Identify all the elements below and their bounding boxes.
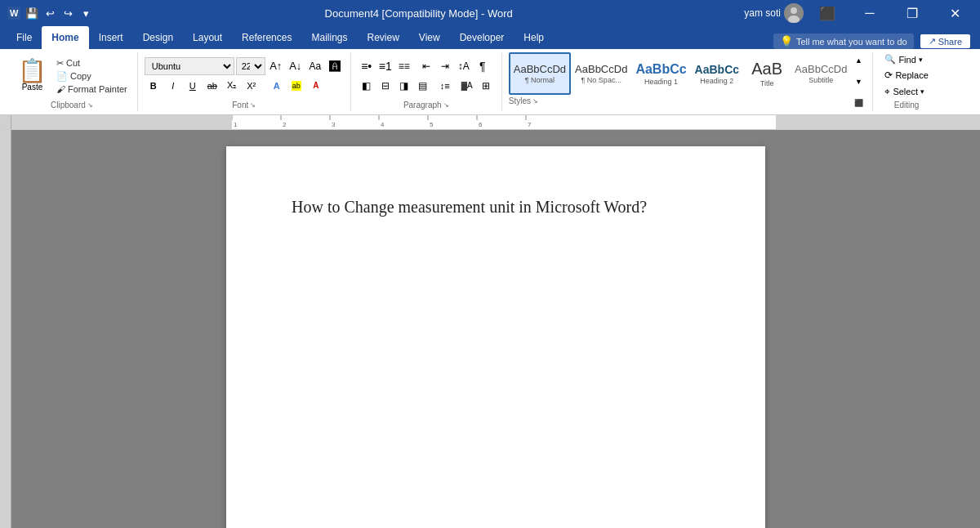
tab-references[interactable]: References <box>232 26 301 49</box>
cut-button[interactable]: ✂ Cut <box>53 57 131 69</box>
style-subtitle[interactable]: AaBbCcDd Subtitle <box>791 52 851 95</box>
justify-btn[interactable]: ▤ <box>414 77 432 95</box>
find-button[interactable]: 🔍 Find ▾ <box>880 52 933 66</box>
styles-scroll-up[interactable]: ▲ <box>853 54 864 67</box>
style-title[interactable]: AaB Title <box>743 52 791 95</box>
find-label: Find <box>898 55 915 65</box>
svg-text:3: 3 <box>332 121 336 128</box>
font-items: Ubuntu 22 A↑ A↓ Aa 🅰 B I U a <box>145 52 344 99</box>
line-spacing-btn[interactable]: ↕≡ <box>436 77 454 95</box>
font-group-label[interactable]: Font ↘ <box>232 101 256 111</box>
title-text: Document4 [Compatibility Mode] - Word <box>93 7 744 20</box>
superscript-btn[interactable]: X² <box>243 77 261 95</box>
style-no-spacing[interactable]: AaBbCcDd ¶ No Spac... <box>571 52 631 95</box>
bullets-btn[interactable]: ≡• <box>358 57 376 75</box>
ruler-ticks: 1 2 3 4 5 6 7 <box>232 115 776 129</box>
paragraph-group-label[interactable]: Paragraph ↘ <box>403 101 449 111</box>
tab-view[interactable]: View <box>409 26 450 49</box>
show-para-btn[interactable]: ¶ <box>474 57 492 75</box>
editing-group: 🔍 Find ▾ ⟳ Replace ⌖ Select ▾ <box>873 52 939 111</box>
paragraph-expand-icon: ↘ <box>443 101 449 109</box>
tab-layout[interactable]: Layout <box>183 26 232 49</box>
styles-group-label[interactable]: Styles ↘ <box>509 96 852 107</box>
decrease-indent-btn[interactable]: ⇤ <box>417 57 435 75</box>
format-painter-button[interactable]: 🖌 Format Painter <box>53 83 131 95</box>
increase-indent-btn[interactable]: ⇥ <box>436 57 454 75</box>
customize-icon[interactable]: ▾ <box>78 6 93 20</box>
decrease-font-btn[interactable]: A↓ <box>287 57 305 75</box>
borders-btn[interactable]: ⊞ <box>477 77 495 95</box>
styles-gallery: AaBbCcDd ¶ Normal AaBbCcDd ¶ No Spac... … <box>509 52 852 95</box>
ruler-main: 1 2 3 4 5 6 7 <box>232 115 776 129</box>
ribbon-display-btn[interactable]: ⬛ <box>808 0 846 26</box>
vertical-ruler <box>0 130 11 528</box>
style-normal[interactable]: AaBbCcDd ¶ Normal <box>509 52 571 95</box>
svg-text:7: 7 <box>528 121 532 128</box>
clipboard-group-label[interactable]: Clipboard ↘ <box>51 101 93 111</box>
svg-text:6: 6 <box>479 121 483 128</box>
clear-format-btn[interactable]: 🅰 <box>326 57 344 75</box>
minimize-btn[interactable]: ─ <box>851 0 889 26</box>
copy-button[interactable]: 📄 Copy <box>53 70 131 83</box>
select-button[interactable]: ⌖ Select ▾ <box>880 84 933 99</box>
tab-insert[interactable]: Insert <box>89 26 133 49</box>
replace-button[interactable]: ⟳ Replace <box>880 68 933 83</box>
ribbon-content: 📋 Paste ✂ Cut 📄 Copy 🖌 Format Painter <box>0 49 980 115</box>
highlight-btn[interactable]: ab <box>287 77 305 95</box>
save-icon[interactable]: 💾 <box>24 6 39 20</box>
restore-btn[interactable]: ❐ <box>893 0 931 26</box>
tab-design[interactable]: Design <box>133 26 183 49</box>
clipboard-small-buttons: ✂ Cut 📄 Copy 🖌 Format Painter <box>53 57 131 95</box>
share-button[interactable]: ↗ Share <box>920 34 970 48</box>
styles-expand-icon: ↘ <box>532 97 538 105</box>
paste-button[interactable]: 📋 Paste <box>13 58 51 93</box>
underline-btn[interactable]: U <box>184 77 202 95</box>
align-center-btn[interactable]: ⊟ <box>376 77 394 95</box>
style-nospacing-label: ¶ No Spac... <box>581 76 621 84</box>
bold-btn[interactable]: B <box>145 77 163 95</box>
paragraph-items: ≡• ≡1 ≡≡ ⇤ ⇥ ↕A ¶ ◧ ⊟ ◨ ▤ <box>358 52 495 99</box>
subscript-btn[interactable]: X₂ <box>223 77 241 95</box>
document-area: How to Change measurement unit in Micros… <box>11 130 980 528</box>
strikethrough-btn[interactable]: ab <box>203 77 221 95</box>
tab-file[interactable]: File <box>7 26 42 49</box>
tab-review[interactable]: Review <box>357 26 408 49</box>
undo-icon[interactable]: ↩ <box>42 6 57 20</box>
select-arrow: ▾ <box>920 87 924 96</box>
tab-developer[interactable]: Developer <box>450 26 514 49</box>
redo-icon[interactable]: ↪ <box>60 6 75 20</box>
user-section[interactable]: yam soti <box>744 3 804 23</box>
tab-home[interactable]: Home <box>42 26 88 49</box>
font-controls: Ubuntu 22 A↑ A↓ Aa 🅰 B I U a <box>145 57 344 95</box>
document-content[interactable]: How to Change measurement unit in Micros… <box>292 195 700 218</box>
tell-me-label: Tell me what you want to do <box>796 37 907 47</box>
close-btn[interactable]: ✕ <box>936 0 973 26</box>
styles-scroll-down[interactable]: ▼ <box>853 75 864 88</box>
numbering-btn[interactable]: ≡1 <box>376 57 394 75</box>
style-heading1[interactable]: AaBbCc Heading 1 <box>631 52 690 95</box>
user-name: yam soti <box>744 7 781 19</box>
italic-btn[interactable]: I <box>164 77 182 95</box>
sort-btn[interactable]: ↕A <box>455 57 473 75</box>
shading-btn[interactable]: ▓A <box>458 77 476 95</box>
select-icon: ⌖ <box>884 86 890 97</box>
multilevel-btn[interactable]: ≡≡ <box>395 57 413 75</box>
tell-me-box[interactable]: 💡 Tell me what you want to do <box>773 34 914 49</box>
font-family-select[interactable]: Ubuntu <box>145 57 234 75</box>
change-case-btn[interactable]: Aa <box>306 57 324 75</box>
word-icon: W <box>7 6 21 20</box>
align-right-btn[interactable]: ◨ <box>395 77 413 95</box>
font-size-select[interactable]: 22 <box>236 57 265 75</box>
style-heading2[interactable]: AaBbCc Heading 2 <box>691 52 743 95</box>
styles-expand[interactable]: ⬛ <box>853 96 864 110</box>
tab-help[interactable]: Help <box>514 26 554 49</box>
text-effects-btn[interactable]: A <box>268 77 286 95</box>
style-normal-label: ¶ Normal <box>525 76 555 84</box>
align-left-btn[interactable]: ◧ <box>358 77 376 95</box>
tab-mailings[interactable]: Mailings <box>301 26 357 49</box>
font-color-btn[interactable]: A <box>307 77 325 95</box>
style-title-preview: AaB <box>751 60 782 78</box>
share-icon: ↗ <box>929 36 936 47</box>
increase-font-btn[interactable]: A↑ <box>267 57 285 75</box>
ruler-left-margin <box>11 115 232 129</box>
